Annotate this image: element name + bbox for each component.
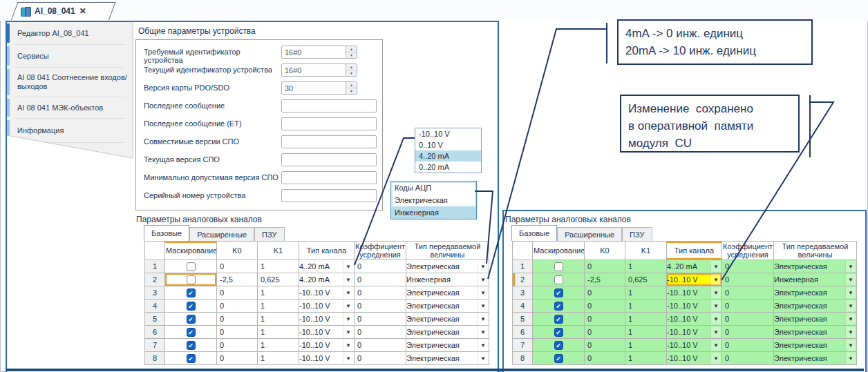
- k1-cell[interactable]: 1: [625, 300, 667, 313]
- k0-cell[interactable]: 0: [217, 313, 258, 326]
- dropdown-arrow-icon[interactable]: ▼: [478, 287, 488, 298]
- mask-checkbox[interactable]: [187, 275, 196, 284]
- dropdown-arrow-icon[interactable]: ▼: [845, 261, 856, 272]
- row-number[interactable]: 5: [145, 313, 165, 326]
- mask-cell[interactable]: ✔: [533, 313, 585, 326]
- dropdown-arrow-icon[interactable]: ▼: [710, 340, 721, 351]
- k1-cell[interactable]: 1: [625, 326, 667, 339]
- tab-channels[interactable]: ПЗУ: [254, 227, 284, 241]
- mask-cell[interactable]: ✔: [165, 326, 217, 339]
- k0-cell[interactable]: 0: [217, 352, 258, 365]
- channel-type-cell[interactable]: -10..10 V▼: [299, 286, 355, 300]
- k1-cell[interactable]: 1: [258, 313, 299, 326]
- dropdown-arrow-icon[interactable]: ▼: [478, 261, 488, 272]
- channel-type-cell[interactable]: 4..20 mA▼: [299, 273, 355, 286]
- channel-type-cell[interactable]: -10..10 V▼: [299, 300, 355, 313]
- value-type-option[interactable]: Инженерная: [391, 206, 476, 219]
- dropdown-arrow-icon[interactable]: ▼: [845, 274, 856, 285]
- mask-cell[interactable]: ✔: [165, 286, 217, 300]
- value-type-cell[interactable]: Электрическая▼: [774, 326, 857, 339]
- mask-checkbox[interactable]: [554, 275, 563, 284]
- value-type-cell[interactable]: Электрическая▼: [774, 339, 857, 352]
- channel-type-cell[interactable]: 4..20 mA▼: [667, 260, 722, 273]
- mask-checkbox[interactable]: ✔: [554, 302, 563, 311]
- mask-cell[interactable]: ✔: [533, 300, 585, 313]
- dropdown-arrow-icon[interactable]: ▼: [478, 313, 488, 324]
- value-type-cell[interactable]: Электрическая▼: [774, 352, 857, 365]
- mask-checkbox[interactable]: ✔: [187, 328, 196, 337]
- dropdown-arrow-icon[interactable]: ▼: [710, 326, 721, 337]
- dropdown-arrow-icon[interactable]: ▼: [710, 313, 721, 324]
- row-number[interactable]: 8: [513, 352, 533, 365]
- k1-cell[interactable]: 1: [625, 352, 667, 365]
- k0-cell[interactable]: 0: [585, 352, 625, 365]
- row-number[interactable]: 5: [513, 313, 533, 326]
- dropdown-arrow-icon[interactable]: ▼: [343, 353, 353, 364]
- dropdown-arrow-icon[interactable]: ▼: [478, 300, 488, 311]
- dropdown-arrow-icon[interactable]: ▼: [845, 326, 856, 337]
- mask-checkbox[interactable]: ✔: [187, 288, 196, 297]
- mask-cell[interactable]: ✔: [165, 300, 217, 313]
- channel-type-cell[interactable]: -10..10 V▼: [667, 352, 722, 365]
- dropdown-arrow-icon[interactable]: ▼: [710, 274, 721, 285]
- value-type-cell[interactable]: Электрическая▼: [774, 260, 857, 273]
- k1-cell[interactable]: 1: [258, 326, 299, 339]
- dropdown-arrow-icon[interactable]: ▼: [478, 353, 488, 364]
- value-type-cell[interactable]: Электрическая▼: [774, 313, 857, 326]
- device-param-text-input[interactable]: [281, 99, 377, 112]
- value-type-option[interactable]: Электрическая: [391, 194, 476, 206]
- row-number[interactable]: 7: [513, 339, 533, 352]
- k1-cell[interactable]: 1: [625, 260, 667, 273]
- row-number[interactable]: 2: [145, 273, 165, 286]
- spinner-down-icon[interactable]: ▼: [346, 70, 357, 76]
- value-type-cell[interactable]: Электрическая▼: [774, 286, 857, 300]
- mask-checkbox[interactable]: ✔: [187, 354, 196, 363]
- dropdown-arrow-icon[interactable]: ▼: [343, 326, 353, 337]
- avg-cell[interactable]: 0: [722, 339, 774, 352]
- mask-cell[interactable]: ✔: [165, 352, 217, 365]
- dropdown-arrow-icon[interactable]: ▼: [710, 353, 721, 364]
- mask-checkbox[interactable]: ✔: [554, 288, 563, 297]
- k0-cell[interactable]: -2,5: [217, 273, 258, 286]
- dropdown-arrow-icon[interactable]: ▼: [845, 353, 856, 364]
- tab-ai-08-041[interactable]: AI_08_041 ✕: [11, 2, 109, 20]
- channel-type-cell[interactable]: -10..10 V▼: [667, 286, 722, 300]
- tab-channels[interactable]: Расширенные: [189, 227, 254, 241]
- device-param-text-input[interactable]: [281, 153, 377, 166]
- channel-type-cell[interactable]: -10..10 V▼: [667, 273, 722, 286]
- value-type-cell[interactable]: Электрическая▼: [406, 300, 489, 313]
- channel-type-option[interactable]: -10..10 V: [415, 128, 481, 139]
- avg-cell[interactable]: 0: [355, 339, 406, 352]
- channel-type-cell[interactable]: -10..10 V▼: [299, 326, 355, 339]
- row-number[interactable]: 4: [145, 300, 165, 313]
- dropdown-arrow-icon[interactable]: ▼: [845, 300, 856, 311]
- value-type-option[interactable]: Коды АЦП: [391, 182, 476, 194]
- k0-cell[interactable]: 0: [217, 260, 258, 273]
- channel-type-cell[interactable]: -10..10 V▼: [299, 313, 355, 326]
- channel-type-option[interactable]: 0..10 V: [415, 139, 481, 150]
- row-number[interactable]: 1: [145, 260, 165, 273]
- channel-type-cell[interactable]: -10..10 V▼: [667, 300, 722, 313]
- tab-channels[interactable]: ПЗУ: [622, 227, 652, 241]
- mask-checkbox[interactable]: ✔: [554, 328, 563, 337]
- device-param-text-input[interactable]: [281, 135, 377, 148]
- dropdown-arrow-icon[interactable]: ▼: [710, 300, 721, 311]
- mask-checkbox[interactable]: ✔: [554, 315, 563, 324]
- k1-cell[interactable]: 1: [625, 339, 667, 352]
- k1-cell[interactable]: 1: [258, 260, 299, 273]
- sidebar-item[interactable]: AI 08 041 Соотнесение входов/выходов: [7, 68, 133, 97]
- spinner-down-icon[interactable]: ▼: [346, 88, 357, 94]
- mask-checkbox[interactable]: ✔: [187, 302, 196, 311]
- tab-channels[interactable]: Расширенные: [557, 227, 622, 241]
- device-param-text-input[interactable]: [281, 171, 377, 184]
- value-type-cell[interactable]: Электрическая▼: [406, 339, 489, 352]
- row-number[interactable]: 6: [513, 326, 533, 339]
- k0-cell[interactable]: 0: [585, 260, 625, 273]
- k1-cell[interactable]: 0,625: [625, 273, 667, 286]
- row-number[interactable]: 2: [513, 273, 533, 286]
- dropdown-arrow-icon[interactable]: ▼: [343, 287, 353, 298]
- mask-cell[interactable]: [165, 273, 217, 286]
- mask-cell[interactable]: ✔: [165, 313, 217, 326]
- row-number[interactable]: 3: [145, 286, 165, 300]
- k0-cell[interactable]: 0: [217, 326, 258, 339]
